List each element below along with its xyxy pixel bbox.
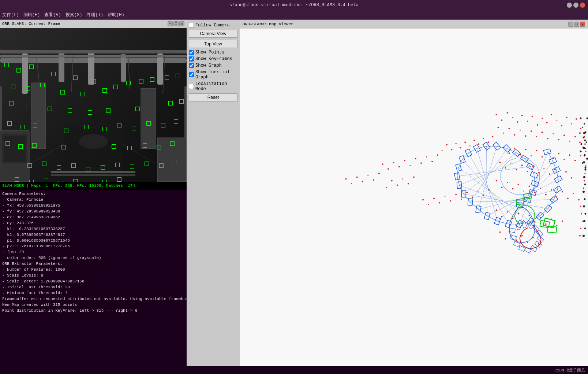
svg-point-207 [583,132,585,134]
svg-point-34 [517,121,518,123]
svg-point-106 [431,161,433,162]
menu-file[interactable]: 文件(F) [2,12,19,18]
feature-point [112,144,116,149]
svg-point-152 [583,187,584,189]
feature-point [88,110,92,115]
status-text: SLAM MODE | Maps: 1, KFs: 268, MPs: 1019… [2,184,135,188]
svg-point-140 [445,196,446,197]
reset-button[interactable]: Reset [189,93,237,101]
map-close-button[interactable]: ✕ [580,22,585,27]
svg-point-116 [495,180,497,181]
top-view-button[interactable]: Top View [189,40,237,48]
localization-checkbox[interactable] [189,84,194,89]
svg-point-122 [529,185,530,187]
console-line: - Scale Levels: 8 [2,273,184,279]
menu-search[interactable]: 搜索(S) [65,12,82,18]
minimize-button[interactable] [567,3,572,8]
menu-edit[interactable]: 编辑(E) [23,12,40,18]
svg-point-100 [549,173,550,175]
feature-point [64,129,68,133]
svg-point-56 [542,132,543,133]
frame-maximize-button[interactable]: □ [173,21,179,26]
svg-rect-5 [121,54,126,82]
svg-point-110 [409,165,411,166]
svg-point-133 [483,195,484,196]
show-keyframes-checkbox[interactable] [189,56,194,62]
menu-terminal[interactable]: 终端(T) [86,12,103,18]
svg-point-78 [514,148,515,149]
svg-point-61 [569,141,570,142]
svg-point-105 [437,154,438,156]
menu-view[interactable]: 查看(V) [44,12,61,18]
svg-rect-23 [31,83,46,149]
svg-point-48 [497,127,499,128]
console-line: - cx: 367.21499633789062 [2,215,184,221]
svg-point-40 [546,122,548,123]
feature-point [126,81,131,85]
svg-point-82 [536,150,538,151]
feature-point [117,123,121,127]
feature-point [96,147,100,151]
svg-point-44 [566,117,568,118]
svg-point-155 [581,221,583,222]
svg-point-88 [569,154,570,156]
svg-point-111 [404,160,405,161]
feature-point [13,160,17,164]
svg-point-141 [439,202,440,204]
show-graph-checkbox[interactable] [189,63,194,68]
svg-point-184 [351,183,352,184]
svg-point-109 [415,158,416,159]
svg-point-33 [512,117,513,118]
feature-point [102,88,107,93]
svg-point-210 [584,154,585,156]
map-maximize-button[interactable]: □ [574,22,579,27]
svg-point-171 [499,232,501,233]
svg-point-126 [551,189,552,190]
close-button[interactable] [580,3,585,8]
title-bar: sfann@sfann-virtual-machine: ~/ORB_SLAM3… [0,0,588,10]
show-inertial-checkbox[interactable] [189,72,194,77]
map-minimize-button[interactable]: − [568,22,573,27]
map-canvas [240,29,588,366]
console-line: - Camera: Pinhole [2,197,184,203]
feature-point [9,101,14,105]
maximize-button[interactable] [573,3,578,8]
svg-point-72 [456,143,457,144]
svg-point-156 [580,228,581,229]
feature-point [102,180,107,182]
svg-point-213 [583,176,585,178]
svg-point-77 [509,152,510,154]
svg-point-138 [455,194,457,195]
show-points-checkbox[interactable] [189,50,194,55]
svg-point-186 [413,176,415,178]
svg-point-63 [579,141,581,143]
feature-point [46,127,50,131]
frame-close-button[interactable]: ✕ [179,21,184,26]
feature-point [132,179,136,182]
svg-point-170 [562,221,563,222]
svg-point-136 [466,192,468,193]
feature-point [7,121,12,126]
console-line: - k2: 0.073959067463874817 [2,232,184,238]
svg-point-55 [536,136,537,137]
svg-point-218 [584,213,586,215]
localization-label: Localization Mode [195,81,237,92]
svg-point-198 [583,137,584,138]
camera-view-button[interactable]: Camera View [189,30,237,38]
svg-point-173 [510,233,512,234]
svg-point-139 [450,200,451,202]
svg-point-89 [574,160,576,161]
svg-point-192 [580,118,581,119]
show-points-row: Show Points [189,50,237,55]
svg-point-115 [382,163,383,165]
svg-point-220 [584,227,586,229]
svg-point-35 [521,115,523,116]
svg-point-107 [426,156,427,158]
svg-point-62 [574,136,576,137]
follow-camera-checkbox[interactable] [189,23,194,28]
menu-help[interactable]: 帮助(H) [108,12,124,18]
console-line: ORB Extractor Parameters: [2,261,184,267]
bottom-bar: CSDN @量子西瓜 [187,366,588,374]
frame-minimize-button[interactable]: − [168,21,173,26]
svg-point-179 [378,173,380,174]
